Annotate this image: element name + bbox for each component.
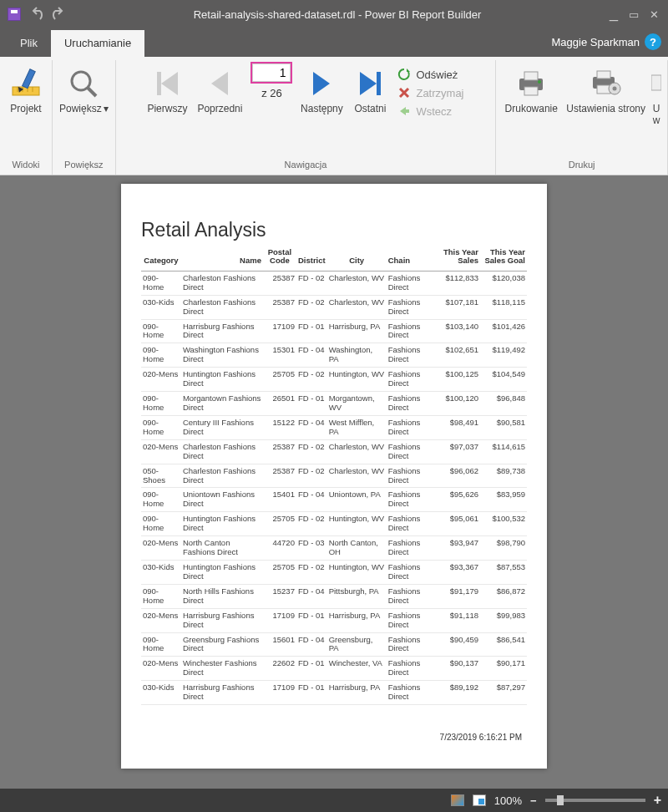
printer-icon	[503, 65, 559, 102]
stop-button[interactable]: Zatrzymaj	[396, 84, 465, 102]
refresh-button[interactable]: Odśwież	[396, 65, 465, 84]
page-number-input[interactable]	[250, 62, 292, 84]
col-district: District	[296, 246, 327, 271]
col-category: Category	[141, 246, 181, 271]
col-postal: Postal Code	[263, 246, 296, 271]
report-stage[interactable]: Retail Analysis Category Name Postal Cod…	[0, 175, 668, 789]
col-city: City	[327, 246, 387, 271]
table-row: 090-HomeUniontown Fashions Direct15401FD…	[141, 488, 527, 512]
page-number-box: z 26	[250, 60, 292, 99]
report-page: Retail Analysis Category Name Postal Cod…	[121, 184, 547, 769]
tab-run[interactable]: Uruchamianie	[51, 30, 144, 57]
ribbon-group-print: Drukowanie Ustawienia strony U w Drukuj	[496, 60, 668, 175]
svg-rect-16	[524, 87, 538, 95]
header-row: Category Name Postal Code District City …	[141, 246, 527, 271]
table-row: 020-MensHuntington Fashions Direct25705F…	[141, 368, 527, 392]
table-row: 090-HomeMorgantown Fashions Direct26501F…	[141, 392, 527, 416]
window-controls: _ ▭ ✕	[608, 8, 668, 21]
stop-icon	[397, 86, 411, 99]
window-title: Retail-analysis-shared-dataset.rdl - Pow…	[67, 8, 608, 21]
help-icon[interactable]: ?	[645, 33, 661, 50]
table-row: 090-HomeHuntington Fashions Direct25705F…	[141, 512, 527, 536]
refresh-icon	[397, 68, 411, 81]
close-button[interactable]: ✕	[648, 8, 660, 21]
print-button[interactable]: Drukowanie	[499, 60, 563, 130]
view-mode-print-icon[interactable]	[473, 794, 486, 806]
col-goal: This Year Sales Goal	[480, 246, 527, 271]
table-row: 090-HomeWashington Fashions Direct15301F…	[141, 343, 527, 368]
maximize-button[interactable]: ▭	[628, 8, 640, 21]
svg-point-7	[72, 72, 90, 90]
view-mode-normal-icon[interactable]	[451, 794, 464, 806]
col-sales: This Year Sales	[435, 246, 480, 271]
col-chain: Chain	[387, 246, 435, 271]
ribbon-group-navigation: Pierwszy Poprzedni z 26 Następny Ostatni	[116, 60, 497, 175]
zoom-in-button[interactable]: +	[654, 793, 661, 808]
extra-button[interactable]: U w	[649, 60, 664, 134]
svg-rect-5	[23, 69, 36, 89]
svg-point-17	[538, 80, 541, 84]
back-button[interactable]: Wstecz	[396, 102, 465, 120]
zoom-slider[interactable]	[545, 799, 645, 802]
redo-icon[interactable]	[50, 7, 67, 22]
first-page-button[interactable]: Pierwszy	[142, 60, 192, 130]
svg-rect-0	[13, 87, 39, 95]
ribbon-group-zoom: Powiększ▾ Powiększ	[53, 60, 116, 175]
extra-icon	[650, 65, 662, 102]
magnifier-icon	[59, 65, 109, 102]
svg-rect-13	[405, 109, 409, 113]
ribbon-tabs: Plik Uruchamianie Maggie Sparkman ?	[0, 28, 668, 57]
table-row: 020-MensWinchester Fashions Direct22602F…	[141, 657, 527, 681]
svg-rect-15	[524, 72, 538, 80]
table-row: 030-KidsHarrisburg Fashions Direct17109F…	[141, 681, 527, 705]
table-row: 030-KidsCharleston Fashions Direct25387F…	[141, 295, 527, 319]
back-icon	[397, 104, 411, 118]
table-row: 090-HomeCentury III Fashions Direct15122…	[141, 415, 527, 439]
ribbon-group-views: Projekt Widoki	[0, 60, 53, 175]
status-bar: 100% − +	[0, 789, 668, 812]
save-icon	[8, 8, 21, 21]
svg-marker-12	[400, 107, 406, 115]
user-name: Maggie Sparkman	[552, 36, 640, 48]
minimize-button[interactable]: _	[608, 8, 620, 21]
next-page-button[interactable]: Następny	[296, 60, 347, 130]
table-row: 020-MensHarrisburg Fashions Direct17109F…	[141, 608, 527, 632]
tab-file[interactable]: Plik	[7, 30, 51, 57]
last-page-button[interactable]: Ostatni	[347, 60, 392, 130]
table-row: 020-MensNorth Canton Fashions Direct4472…	[141, 536, 527, 561]
title-bar: Retail-analysis-shared-dataset.rdl - Pow…	[0, 0, 668, 28]
zoom-button[interactable]: Powiększ▾	[56, 60, 112, 130]
design-button[interactable]: Projekt	[3, 60, 48, 130]
zoom-out-button[interactable]: −	[530, 794, 537, 807]
quick-access-toolbar	[0, 5, 67, 23]
table-row: 090-HomeHarrisburg Fashions Direct17109F…	[141, 319, 527, 343]
prev-page-button[interactable]: Poprzedni	[192, 60, 247, 130]
report-table: Category Name Postal Code District City …	[141, 246, 527, 705]
undo-icon[interactable]	[28, 7, 45, 22]
table-row: 090-HomeNorth Hills Fashions Direct15237…	[141, 584, 527, 608]
report-title: Retail Analysis	[141, 219, 527, 241]
page-setup-icon	[566, 65, 645, 102]
page-total-label: z 26	[261, 87, 282, 99]
svg-rect-19	[597, 71, 610, 79]
table-row: 020-MensCharleston Fashions Direct25387F…	[141, 439, 527, 464]
svg-line-8	[88, 88, 96, 96]
svg-marker-9	[407, 69, 410, 72]
table-row: 030-KidsHuntington Fashions Direct25705F…	[141, 561, 527, 585]
page-setup-button[interactable]: Ustawienia strony	[563, 60, 649, 130]
svg-point-22	[612, 87, 616, 91]
save-button[interactable]	[5, 5, 23, 23]
svg-rect-23	[651, 75, 661, 90]
refresh-commands: Odśwież Zatrzymaj Wstecz	[392, 60, 468, 125]
table-row: 090-HomeGreensburg Fashions Direct15601F…	[141, 632, 527, 657]
user-area: Maggie Sparkman ?	[552, 33, 662, 50]
col-name: Name	[181, 246, 263, 271]
table-row: 050-ShoesCharleston Fashions Direct25387…	[141, 464, 527, 488]
ruler-pencil-icon	[7, 65, 45, 102]
zoom-label: 100%	[494, 794, 522, 807]
ribbon: Projekt Widoki Powiększ▾ Powiększ Pierws…	[0, 57, 668, 175]
report-timestamp: 7/23/2019 6:16:21 PM	[440, 733, 522, 742]
table-row: 090-HomeCharleston Fashions Direct25387F…	[141, 271, 527, 295]
